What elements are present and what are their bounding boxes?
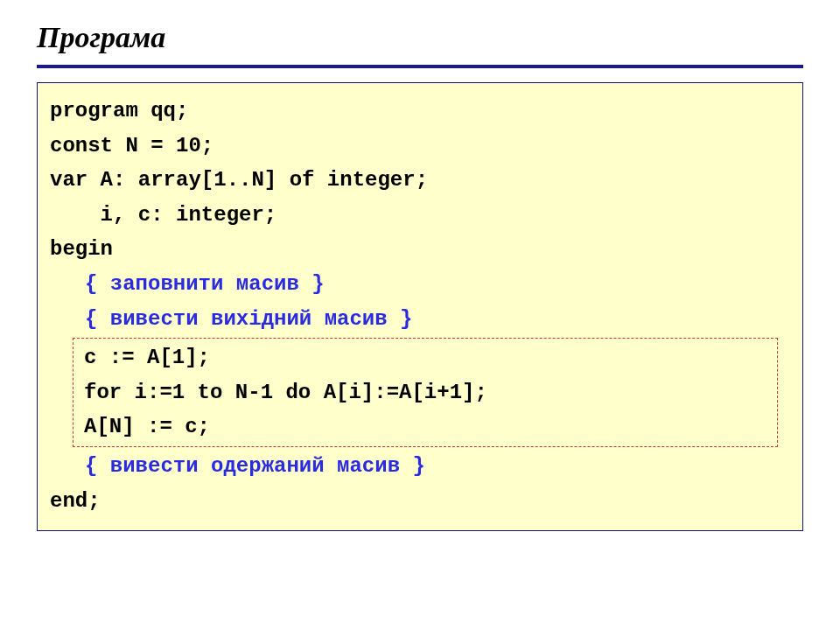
code-line: program qq;	[50, 94, 790, 129]
code-block: program qq; const N = 10; var A: array[1…	[37, 82, 803, 531]
code-comment: { вивести вихідний масив }	[50, 302, 790, 337]
highlighted-code: c := A[1]; for i:=1 to N-1 do A[i]:=A[i+…	[73, 338, 778, 447]
code-comment: { вивести одержаний масив }	[50, 449, 790, 484]
code-line: end;	[50, 484, 790, 519]
title-underline	[37, 65, 803, 68]
code-line: for i:=1 to N-1 do A[i]:=A[i+1];	[84, 375, 766, 410]
code-line: var A: array[1..N] of integer;	[50, 163, 790, 198]
slide-title: Програма	[37, 21, 803, 54]
code-line: begin	[50, 232, 790, 267]
code-line: A[N] := c;	[84, 410, 766, 444]
code-line: c := A[1];	[84, 340, 766, 375]
code-line: i, c: integer;	[50, 198, 790, 233]
code-line: const N = 10;	[50, 129, 790, 164]
code-comment: { заповнити масив }	[50, 267, 790, 302]
